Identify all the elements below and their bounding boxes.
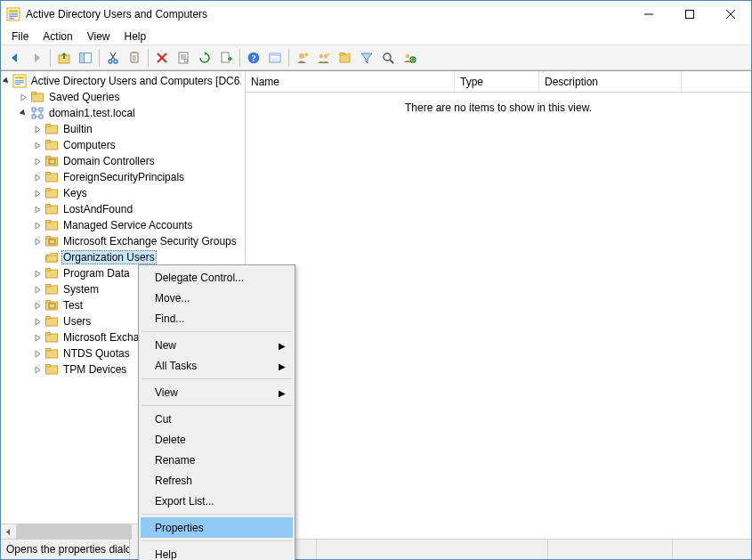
folder-icon [44, 330, 59, 345]
expander-closed-icon[interactable] [31, 315, 44, 328]
cm-refresh[interactable]: Refresh [141, 470, 293, 491]
cm-find[interactable]: Find... [141, 308, 293, 329]
expander-closed-icon[interactable] [31, 187, 44, 199]
tree-node-domain[interactable]: domain1.test.local [1, 105, 245, 121]
svg-rect-72 [46, 173, 51, 175]
svg-rect-11 [80, 53, 85, 62]
export-list-button[interactable] [216, 48, 236, 68]
folder-icon [44, 170, 59, 184]
tree-node-builtin[interactable]: Builtin [1, 121, 245, 137]
cm-separator [142, 331, 292, 332]
expander-open-icon[interactable] [3, 75, 12, 87]
help-button[interactable]: ? [244, 48, 263, 68]
expander-closed-icon[interactable] [31, 283, 44, 296]
cm-cut[interactable]: Cut [141, 409, 293, 429]
list-header: Name Type Description [246, 71, 751, 93]
svg-rect-50 [15, 77, 24, 79]
forward-button[interactable] [27, 48, 46, 68]
folder-icon [44, 362, 59, 377]
expander-closed-icon[interactable] [31, 267, 44, 280]
tree-node-label: LostAndFound [61, 203, 134, 215]
cm-new[interactable]: New▶ [141, 335, 293, 355]
titlebar[interactable]: Active Directory Users and Computers [1, 1, 751, 28]
cm-help[interactable]: Help [141, 544, 293, 560]
cm-export-list[interactable]: Export List... [141, 491, 293, 511]
expander-closed-icon[interactable] [31, 123, 44, 135]
expander-closed-icon[interactable] [31, 299, 44, 312]
expander-closed-icon[interactable] [31, 139, 44, 151]
refresh-button[interactable] [195, 48, 214, 68]
cm-delegate-control[interactable]: Delegate Control... [141, 267, 293, 288]
cm-view[interactable]: View▶ [141, 382, 293, 402]
tree-node-lostandfound[interactable]: LostAndFound [1, 201, 245, 217]
svg-rect-23 [179, 53, 188, 63]
svg-rect-90 [46, 317, 51, 320]
scrollbar-thumb[interactable] [16, 524, 132, 540]
cm-separator [142, 378, 292, 379]
toolbar-separator [50, 49, 51, 67]
expander-closed-icon[interactable] [31, 155, 44, 167]
svg-point-15 [114, 60, 117, 63]
copy-button[interactable] [125, 48, 144, 68]
svg-point-35 [299, 53, 304, 59]
cm-all-tasks[interactable]: All Tasks▶ [141, 355, 293, 376]
up-one-level-button[interactable] [54, 48, 74, 68]
cm-move[interactable]: Move... [141, 288, 293, 308]
folder-icon [44, 314, 59, 329]
cm-rename[interactable]: Rename [141, 450, 293, 470]
svg-rect-65 [46, 125, 51, 127]
menu-file[interactable]: File [4, 28, 36, 45]
tree-node-msa[interactable]: Managed Service Accounts [1, 217, 245, 233]
expander-open-icon[interactable] [17, 107, 29, 119]
new-user-button[interactable] [293, 48, 312, 68]
expander-closed-icon[interactable] [31, 347, 44, 360]
expander-closed-icon[interactable] [31, 363, 44, 376]
scroll-left-button[interactable] [1, 524, 16, 540]
tree-node-label: System [61, 283, 101, 296]
cm-delete[interactable]: Delete [141, 429, 293, 450]
column-header-spare[interactable] [682, 71, 751, 92]
menu-view[interactable]: View [80, 28, 117, 45]
filter-button[interactable] [357, 48, 376, 68]
delete-button[interactable] [152, 48, 172, 68]
column-header-description[interactable]: Description [539, 71, 682, 92]
expander-closed-icon[interactable] [17, 91, 29, 103]
expander-closed-icon[interactable] [31, 235, 44, 248]
tree-node-keys[interactable]: Keys [1, 185, 245, 201]
svg-rect-41 [340, 53, 344, 55]
svg-rect-96 [46, 365, 51, 368]
back-button[interactable] [5, 48, 25, 68]
new-ou-button[interactable] [336, 48, 355, 68]
expander-closed-icon[interactable] [31, 171, 44, 183]
new-group-button[interactable] [314, 48, 334, 68]
expander-closed-icon[interactable] [31, 331, 44, 344]
submenu-arrow-icon: ▶ [279, 340, 286, 350]
window-controls [628, 1, 751, 28]
tree-node-computers[interactable]: Computers [1, 137, 245, 153]
tree-node-mesg[interactable]: Microsoft Exchange Security Groups [1, 233, 245, 249]
action-pane-button[interactable] [265, 48, 285, 68]
menu-action[interactable]: Action [36, 28, 79, 45]
column-header-type[interactable]: Type [455, 71, 539, 92]
list-body[interactable]: There are no items to show in this view. [246, 93, 751, 539]
close-button[interactable] [710, 1, 751, 28]
tree-node-label: Saved Queries [47, 91, 121, 103]
tree-node-organization-users[interactable]: Organization Users [1, 249, 245, 265]
show-hide-tree-button[interactable] [76, 48, 95, 68]
tree-node-fsp[interactable]: ForeignSecurityPrincipals [1, 169, 245, 185]
tree-node-root[interactable]: Active Directory Users and Computers [DC… [1, 73, 245, 89]
expander-closed-icon[interactable] [31, 203, 44, 215]
minimize-button[interactable] [628, 1, 669, 28]
menu-help[interactable]: Help [117, 28, 154, 45]
properties-button[interactable] [174, 48, 193, 68]
cut-button[interactable] [103, 48, 123, 68]
add-to-group-button[interactable] [400, 48, 419, 68]
svg-rect-67 [46, 141, 51, 143]
maximize-button[interactable] [669, 1, 710, 28]
cm-properties[interactable]: Properties [141, 517, 293, 538]
find-button[interactable] [378, 48, 398, 68]
expander-closed-icon[interactable] [31, 219, 44, 231]
tree-node-saved-queries[interactable]: Saved Queries [1, 89, 245, 105]
tree-node-domain-controllers[interactable]: Domain Controllers [1, 153, 245, 169]
column-header-name[interactable]: Name [246, 71, 455, 92]
